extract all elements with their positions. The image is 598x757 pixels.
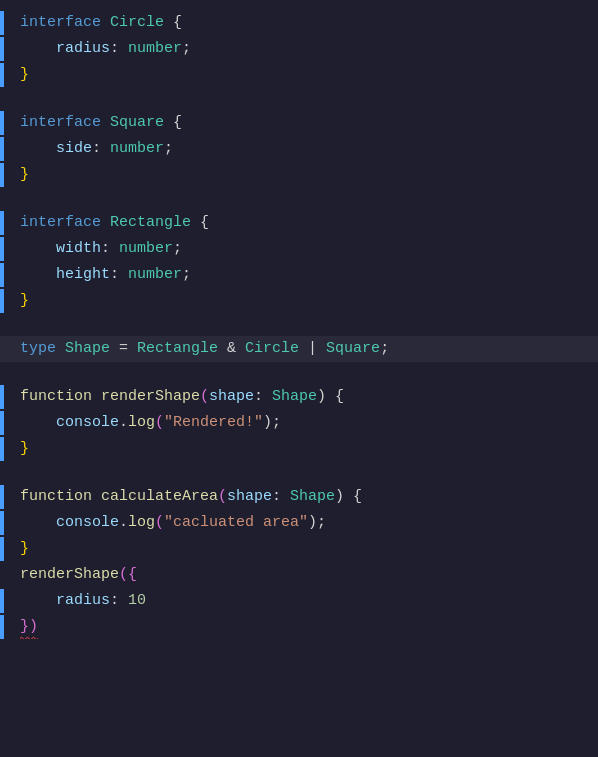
- token: log: [128, 414, 155, 431]
- token: }: [20, 440, 29, 457]
- line-content: interface Square {: [4, 111, 182, 135]
- token: }: [20, 540, 29, 557]
- token: ;: [164, 140, 173, 157]
- token: [20, 266, 56, 283]
- code-line: width: number;: [0, 236, 598, 262]
- code-line: }): [0, 614, 598, 640]
- token: {: [164, 114, 182, 131]
- token: ) {: [317, 388, 344, 405]
- code-line: type Shape = Rectangle & Circle | Square…: [0, 336, 598, 362]
- empty-line: [0, 462, 598, 484]
- token: Square: [110, 114, 164, 131]
- token: console: [56, 414, 119, 431]
- token: 10: [128, 592, 146, 609]
- code-line: }: [0, 436, 598, 462]
- token: }): [20, 618, 38, 635]
- error-squiggle: [20, 636, 38, 639]
- token: radius: [56, 40, 110, 57]
- token: "cacluated area": [164, 514, 308, 531]
- token: (: [155, 414, 164, 431]
- token: [20, 414, 56, 431]
- line-content: function calculateArea(shape: Shape) {: [4, 485, 362, 509]
- token: [20, 40, 56, 57]
- code-line: interface Square {: [0, 110, 598, 136]
- token: interface: [20, 14, 110, 31]
- token: ;: [182, 40, 191, 57]
- code-line: interface Circle {: [0, 10, 598, 36]
- token: width: [56, 240, 101, 257]
- token: radius: [56, 592, 110, 609]
- token: calculateArea: [101, 488, 218, 505]
- token: function: [20, 488, 101, 505]
- line-content: radius: number;: [4, 37, 191, 61]
- code-line: renderShape({: [0, 562, 598, 588]
- token: height: [56, 266, 110, 283]
- token: (: [218, 488, 227, 505]
- token: Square: [326, 340, 380, 357]
- token: &: [218, 340, 236, 357]
- line-content: }: [4, 163, 29, 187]
- token: console: [56, 514, 119, 531]
- line-content: renderShape({: [4, 563, 137, 587]
- line-content: radius: 10: [4, 589, 146, 613]
- token: .: [119, 514, 128, 531]
- token: :: [110, 40, 128, 57]
- token: Circle: [236, 340, 299, 357]
- token: Rectangle: [137, 340, 218, 357]
- token: Rectangle: [110, 214, 191, 231]
- code-line: console.log("Rendered!");: [0, 410, 598, 436]
- token: interface: [20, 114, 110, 131]
- line-content: console.log("Rendered!");: [4, 411, 281, 435]
- code-line: interface Rectangle {: [0, 210, 598, 236]
- token: [20, 140, 56, 157]
- empty-line: [0, 188, 598, 210]
- token: number: [128, 40, 182, 57]
- token: log: [128, 514, 155, 531]
- code-line: function calculateArea(shape: Shape) {: [0, 484, 598, 510]
- token: shape: [227, 488, 272, 505]
- code-line: height: number;: [0, 262, 598, 288]
- token: }: [20, 292, 29, 309]
- code-line: side: number;: [0, 136, 598, 162]
- token: {: [164, 14, 182, 31]
- code-line: }: [0, 536, 598, 562]
- line-content: function renderShape(shape: Shape) {: [4, 385, 344, 409]
- code-line: function renderShape(shape: Shape) {: [0, 384, 598, 410]
- token: [20, 514, 56, 531]
- line-content: height: number;: [4, 263, 191, 287]
- token: |: [299, 340, 326, 357]
- token: [20, 592, 56, 609]
- code-line: }: [0, 288, 598, 314]
- token: function: [20, 388, 101, 405]
- token: :: [92, 140, 110, 157]
- token: :: [110, 592, 128, 609]
- code-editor: interface Circle { radius: number;}inter…: [0, 0, 598, 757]
- token: ;: [380, 340, 389, 357]
- token: number: [119, 240, 173, 257]
- token: ;: [173, 240, 182, 257]
- line-content: width: number;: [4, 237, 182, 261]
- token: "Rendered!": [164, 414, 263, 431]
- token: Shape: [290, 488, 335, 505]
- line-content: side: number;: [4, 137, 173, 161]
- empty-line: [0, 362, 598, 384]
- code-line: radius: 10: [0, 588, 598, 614]
- token: renderShape: [101, 388, 200, 405]
- code-line: console.log("cacluated area");: [0, 510, 598, 536]
- token: :: [101, 240, 119, 257]
- token: interface: [20, 214, 110, 231]
- token: number: [128, 266, 182, 283]
- token: shape: [209, 388, 254, 405]
- code-line: }: [0, 62, 598, 88]
- token: [20, 240, 56, 257]
- empty-line: [0, 88, 598, 110]
- token: ({: [119, 566, 137, 583]
- token: Shape: [65, 340, 110, 357]
- line-content: }: [4, 537, 29, 561]
- code-line: radius: number;: [0, 36, 598, 62]
- line-content: }: [4, 63, 29, 87]
- line-content: type Shape = Rectangle & Circle | Square…: [4, 337, 389, 361]
- token: :: [272, 488, 290, 505]
- token: :: [254, 388, 272, 405]
- token: );: [308, 514, 326, 531]
